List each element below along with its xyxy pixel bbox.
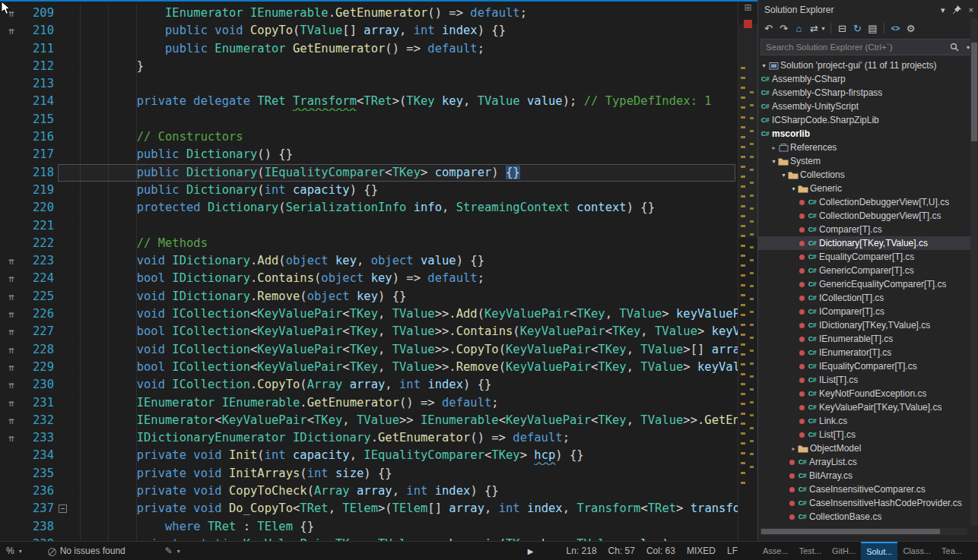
code-line-213[interactable]: 213: [0, 75, 738, 93]
panel-tab-solut[interactable]: Solut...: [861, 542, 897, 560]
reference-glyph-icon[interactable]: ⇈: [0, 429, 23, 447]
reference-glyph-icon[interactable]: ⇈: [0, 305, 23, 323]
code-line-233[interactable]: ⇈233 IDictionaryEnumerator IDictionary.G…: [0, 429, 738, 447]
panel-tab-test[interactable]: Test...: [794, 542, 827, 560]
reference-glyph-icon[interactable]: ⇈: [0, 270, 23, 287]
collapse-arrow-icon[interactable]: ▾: [789, 185, 798, 192]
reference-glyph-icon[interactable]: ⇈: [0, 412, 23, 429]
line-number[interactable]: 214: [23, 93, 58, 110]
tree-item-collectionbase-cs[interactable]: C#CollectionBase.cs: [758, 510, 978, 524]
line-number[interactable]: 234: [23, 447, 58, 464]
code-line-221[interactable]: 221: [0, 217, 738, 235]
code-line-226[interactable]: ⇈226 void ICollection<KeyValuePair<TKey,…: [0, 305, 738, 323]
code-line-228[interactable]: ⇈228 void ICollection<KeyValuePair<TKey,…: [0, 341, 738, 359]
code-line-237[interactable]: 237− private void Do_CopyTo<TRet, TElem>…: [0, 500, 738, 517]
code-line-236[interactable]: 236 private void CopyToCheck(Array array…: [0, 482, 738, 500]
splitter-handle-icon[interactable]: ⊞: [738, 2, 757, 13]
code-text[interactable]: private void Init(int capacity, IEqualit…: [70, 447, 738, 464]
line-number[interactable]: 228: [23, 341, 58, 359]
char-indicator[interactable]: Ch: 57: [608, 546, 635, 556]
code-text[interactable]: public Dictionary(int capacity) {}: [70, 182, 738, 199]
code-line-223[interactable]: ⇈223 void IDictionary.Add(object key, ob…: [0, 252, 738, 270]
editor-scrollbar[interactable]: ⊞: [738, 2, 757, 541]
properties-icon[interactable]: ⚙: [903, 21, 918, 36]
line-number[interactable]: 230: [23, 376, 58, 394]
panel-tab-class[interactable]: Class...: [897, 542, 936, 560]
code-text[interactable]: private void InitArrays(int size) {}: [70, 465, 738, 482]
tree-item-genericequalitycomparer-t-cs[interactable]: C#GenericEqualityComparer[T].cs: [758, 277, 978, 291]
code-line-210[interactable]: ⇈210 public void CopyTo(TValue[] array, …: [0, 22, 738, 40]
tree-item-genericcomparer-t-cs[interactable]: C#GenericComparer[T].cs: [758, 264, 978, 277]
code-text[interactable]: void IDictionary.Add(object key, object …: [70, 252, 738, 270]
code-text[interactable]: bool ICollection<KeyValuePair<TKey, TVal…: [70, 323, 738, 340]
tree-item-keynotfoundexception-cs[interactable]: C#KeyNotFoundException.cs: [758, 387, 978, 400]
line-number[interactable]: 225: [23, 288, 58, 305]
code-area[interactable]: ⇈209 IEnumerator IEnumerable.GetEnumerat…: [0, 2, 738, 541]
tree-item-mscorlib[interactable]: C#mscorlib: [758, 127, 978, 141]
code-text[interactable]: IDictionaryEnumerator IDictionary.GetEnu…: [70, 429, 738, 447]
search-icon[interactable]: [948, 43, 961, 52]
tree-item-equalitycomparer-t-cs[interactable]: C#EqualityComparer[T].cs: [758, 250, 978, 264]
line-number[interactable]: 238: [23, 518, 58, 536]
code-text[interactable]: private static KeyValuePair<TKey, TValue…: [70, 536, 738, 541]
tree-item-keyvaluepair-tkey-tvalue-cs[interactable]: C#KeyValuePair[TKey,TValue].cs: [758, 400, 978, 414]
code-line-232[interactable]: ⇈232 IEnumerator<KeyValuePair<TKey, TVal…: [0, 412, 738, 429]
error-marker[interactable]: [744, 20, 752, 28]
line-indicator[interactable]: Ln: 218: [567, 546, 597, 556]
code-text[interactable]: [70, 75, 738, 93]
tree-item-references[interactable]: ▸References: [758, 141, 978, 154]
column-indicator[interactable]: Col: 63: [646, 546, 675, 556]
collapse-all-icon[interactable]: ⊟: [835, 21, 849, 36]
code-line-230[interactable]: ⇈230 void ICollection.CopyTo(Array array…: [0, 376, 738, 394]
code-text[interactable]: // Methods: [70, 235, 738, 252]
fold-collapse-icon[interactable]: −: [58, 500, 70, 517]
expand-arrow-icon[interactable]: ▸: [770, 144, 778, 151]
code-line-238[interactable]: 238 where TRet : TElem {}: [0, 518, 738, 536]
line-number[interactable]: 213: [23, 75, 58, 93]
line-number[interactable]: 210: [23, 22, 58, 40]
collapse-arrow-icon[interactable]: ▾: [780, 172, 788, 179]
code-line-212[interactable]: 212 }: [0, 58, 738, 75]
code-text[interactable]: private void CopyToCheck(Array array, in…: [70, 482, 738, 500]
pin-icon[interactable]: [953, 5, 961, 15]
reference-glyph-icon[interactable]: ⇈: [0, 341, 23, 359]
tree-item-iequalitycomparer-t-cs[interactable]: C#IEqualityComparer[T].cs: [758, 359, 978, 373]
tree-item-idictionary-tkey-tvalue-cs[interactable]: C#IDictionary[TKey,TValue].cs: [758, 318, 978, 332]
tree-item-bitarray-cs[interactable]: C#BitArray.cs: [758, 469, 978, 482]
code-text[interactable]: private delegate TRet Transform<TRet>(TK…: [70, 93, 738, 110]
reference-glyph-icon[interactable]: ⇈: [0, 288, 23, 305]
code-line-225[interactable]: ⇈225 void IDictionary.Remove(object key)…: [0, 288, 738, 305]
code-line-222[interactable]: 222 // Methods: [0, 235, 738, 252]
line-number[interactable]: 220: [23, 199, 58, 217]
code-text[interactable]: void ICollection.CopyTo(Array array, int…: [70, 376, 738, 394]
status-dropdown-icon[interactable]: ▾: [177, 548, 180, 555]
preview-icon[interactable]: ▤: [865, 21, 880, 36]
code-text[interactable]: public Dictionary() {}: [70, 146, 738, 163]
panel-tab-asse[interactable]: Asse...: [757, 542, 794, 560]
code-line-231[interactable]: ⇈231 IEnumerator IEnumerable.GetEnumerat…: [0, 394, 738, 412]
tree-item-comparer-t-cs[interactable]: C#Comparer[T].cs: [758, 223, 978, 236]
code-line-239[interactable]: 239 private static KeyValuePair<TKey, TV…: [0, 536, 738, 541]
line-number[interactable]: 237: [23, 500, 58, 517]
reference-glyph-icon[interactable]: ⇈: [0, 359, 23, 376]
forward-icon[interactable]: ↷: [776, 21, 791, 36]
tree-item-list-t-cs[interactable]: C#List[T].cs: [758, 428, 978, 441]
tree-item-ilist-t-cs[interactable]: C#IList[T].cs: [758, 373, 978, 387]
line-number[interactable]: 239: [23, 536, 58, 541]
code-text[interactable]: IEnumerator<KeyValuePair<TKey, TValue>> …: [70, 412, 738, 429]
zoom-label[interactable]: %: [6, 546, 14, 556]
tree-item-objectmodel[interactable]: ▸ObjectModel: [758, 441, 978, 455]
code-text[interactable]: [70, 111, 738, 128]
tree-item-solution-project-gui-11-of-11-projects[interactable]: ▾Solution 'project-gui' (11 of 11 projec…: [758, 59, 978, 72]
tree-item-dictionary-tkey-tvalue-cs[interactable]: C#Dictionary[TKey,TValue].cs: [758, 236, 978, 250]
line-number[interactable]: 217: [23, 146, 58, 163]
code-text[interactable]: IEnumerator IEnumerable.GetEnumerator() …: [70, 5, 738, 22]
tree-item-collections[interactable]: ▾Collections: [758, 168, 978, 182]
line-number[interactable]: 227: [23, 323, 58, 340]
back-icon[interactable]: ↶: [761, 21, 776, 36]
line-number[interactable]: 218: [23, 164, 58, 182]
line-number[interactable]: 221: [23, 217, 58, 235]
close-icon[interactable]: ×: [969, 5, 973, 14]
code-text[interactable]: [70, 217, 738, 235]
horizontal-scrollbar[interactable]: [760, 528, 967, 535]
